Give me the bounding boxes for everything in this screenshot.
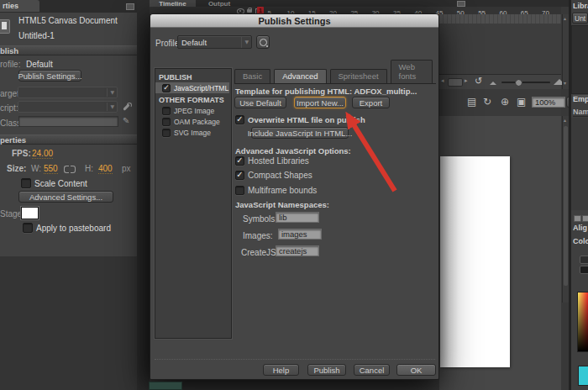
export-button[interactable]: Export bbox=[352, 97, 390, 108]
tab-basic[interactable]: Basic bbox=[234, 69, 270, 83]
timeline-track-area[interactable] bbox=[439, 24, 561, 74]
format-row-javascript-html[interactable]: ✓ JavaScript/HTML bbox=[155, 82, 229, 93]
chevron-down-icon: ▼ bbox=[241, 36, 251, 48]
tab-advanced[interactable]: Advanced bbox=[274, 69, 326, 83]
cancel-button[interactable]: Cancel bbox=[354, 364, 390, 376]
check-icon: ✓ bbox=[236, 171, 243, 178]
panel-icon[interactable] bbox=[574, 215, 581, 222]
panel-icon[interactable] bbox=[582, 215, 588, 222]
fps-value[interactable]: 24.00 bbox=[32, 149, 53, 159]
target-select[interactable]: ▼ bbox=[18, 87, 118, 98]
scale-content-checkbox[interactable] bbox=[21, 178, 31, 188]
template-label: Template for publishing HTML: ADFOX_mult… bbox=[235, 87, 417, 96]
scroll-up-icon[interactable]: ▴ bbox=[564, 117, 566, 123]
format-checkbox[interactable] bbox=[162, 118, 171, 126]
help-button[interactable]: Help bbox=[263, 364, 299, 376]
wrench-icon[interactable] bbox=[122, 103, 131, 112]
scroll-right-icon[interactable]: ▸ bbox=[465, 77, 468, 84]
width-value[interactable]: 550 bbox=[44, 164, 58, 174]
tab-output[interactable]: Output bbox=[198, 0, 240, 7]
library-doc-select[interactable]: Unt bbox=[572, 13, 588, 24]
publish-button[interactable]: Publish bbox=[307, 364, 346, 376]
v-scrollbar-thumb[interactable] bbox=[564, 126, 568, 286]
tab-library[interactable]: Libra bbox=[573, 2, 588, 10]
apply-pasteboard-checkbox[interactable] bbox=[23, 223, 33, 233]
images-input[interactable] bbox=[278, 229, 322, 240]
profile-options-button[interactable] bbox=[256, 35, 270, 49]
height-value[interactable]: 400 bbox=[98, 164, 113, 174]
dialog-tabs: Basic Advanced Spritesheet Web fonts bbox=[234, 71, 436, 84]
script-select[interactable]: ▼ bbox=[18, 101, 118, 113]
tab-spritesheet[interactable]: Spritesheet bbox=[330, 69, 387, 83]
dialog-title-bar[interactable]: Publish Settings bbox=[150, 14, 438, 28]
slider-thumb[interactable] bbox=[515, 79, 522, 87]
library-name-column[interactable]: Nam bbox=[573, 108, 588, 117]
format-label: JavaScript/HTML bbox=[174, 84, 228, 92]
profile-label: rofile: bbox=[0, 60, 20, 69]
zoom-out-icon[interactable] bbox=[490, 82, 496, 85]
color-gradient-picker[interactable] bbox=[577, 292, 588, 352]
scroll-left-icon[interactable]: ◂ bbox=[441, 77, 444, 84]
publish-section-header: blish bbox=[0, 46, 18, 55]
tab-webfonts[interactable]: Web fonts bbox=[391, 60, 433, 83]
panel-menu-icon[interactable] bbox=[457, 1, 465, 7]
tab-timeline[interactable]: Timeline bbox=[150, 0, 196, 7]
import-new-button[interactable]: Import New... bbox=[294, 97, 346, 108]
format-label: JPEG Image bbox=[174, 107, 214, 115]
stroke-type-button[interactable] bbox=[580, 266, 588, 274]
timeline-bottom-bar: ◂ ▸ ↺ bbox=[439, 74, 561, 91]
createjs-input[interactable] bbox=[276, 245, 319, 256]
tab-color[interactable]: Colo bbox=[573, 237, 588, 245]
hosted-libraries-checkbox[interactable]: ✓ bbox=[235, 156, 244, 166]
panel-gap bbox=[137, 0, 150, 390]
format-row-jpeg[interactable]: JPEG Image bbox=[155, 105, 229, 116]
stage-color-swatch[interactable] bbox=[21, 207, 39, 219]
format-checkbox[interactable] bbox=[162, 129, 171, 137]
properties-section-header: perties bbox=[0, 135, 26, 145]
height-label: H: bbox=[85, 164, 93, 173]
multiframe-bounds-checkbox[interactable] bbox=[235, 186, 244, 195]
ok-button[interactable]: OK bbox=[396, 364, 436, 376]
zoom-level-input[interactable]: 100% bbox=[532, 97, 565, 108]
stage-canvas[interactable] bbox=[440, 156, 510, 367]
class-input[interactable] bbox=[18, 116, 118, 127]
format-row-oam[interactable]: OAM Package bbox=[155, 116, 229, 127]
dialog-title: Publish Settings bbox=[258, 16, 330, 26]
link-icon[interactable] bbox=[64, 165, 76, 172]
loop-icon[interactable]: ↺ bbox=[475, 76, 482, 87]
rotate-3d-icon[interactable]: ↻ bbox=[483, 96, 491, 108]
h-scrollbar-thumb[interactable] bbox=[448, 78, 463, 87]
dialog-profile-select[interactable]: Default ▼ bbox=[177, 35, 252, 49]
format-row-svg[interactable]: SVG Image bbox=[155, 127, 229, 138]
format-checkbox[interactable] bbox=[162, 107, 171, 115]
compact-shapes-checkbox[interactable]: ✓ bbox=[235, 171, 244, 180]
scroll-up-icon[interactable]: ▴ bbox=[564, 15, 566, 21]
use-default-button[interactable]: Use Default bbox=[234, 97, 286, 108]
stage-area[interactable] bbox=[439, 116, 561, 390]
lock-icon[interactable] bbox=[247, 8, 252, 11]
tab-align[interactable]: Alig bbox=[573, 224, 588, 232]
doc-name-field[interactable]: Untitled-1 bbox=[18, 31, 55, 40]
library-list[interactable] bbox=[571, 118, 588, 210]
profile-value: Default bbox=[26, 60, 53, 69]
timeline-zoom-slider[interactable] bbox=[501, 82, 550, 83]
fill-type-button[interactable] bbox=[580, 256, 588, 264]
pencil-icon[interactable]: ✎ bbox=[123, 116, 129, 125]
tab-properties[interactable]: rties bbox=[0, 0, 39, 12]
frame-icon[interactable]: ▣ bbox=[517, 96, 526, 108]
format-label: SVG Image bbox=[174, 129, 211, 137]
scroll-down-icon[interactable]: ▾ bbox=[564, 80, 566, 86]
format-checkbox[interactable]: ✓ bbox=[162, 84, 171, 92]
overwrite-checkbox[interactable]: ✓ bbox=[235, 115, 244, 124]
publish-settings-button[interactable]: Publish Settings... bbox=[18, 70, 81, 82]
color-swatch-cyan[interactable] bbox=[578, 366, 588, 386]
clapper-icon[interactable]: ▤ bbox=[467, 96, 476, 108]
panel-menu-icon[interactable] bbox=[126, 3, 134, 10]
script-label: cript: bbox=[0, 103, 18, 113]
crosshair-icon[interactable]: ⊕ bbox=[501, 96, 509, 108]
include-js-button[interactable]: Include JavaScript In HTML... bbox=[251, 127, 349, 139]
symbols-input[interactable] bbox=[276, 212, 319, 223]
check-icon: ✓ bbox=[236, 157, 243, 164]
advanced-settings-button[interactable]: Advanced Settings... bbox=[18, 191, 113, 203]
compact-shapes-label: Compact Shapes bbox=[248, 171, 312, 180]
